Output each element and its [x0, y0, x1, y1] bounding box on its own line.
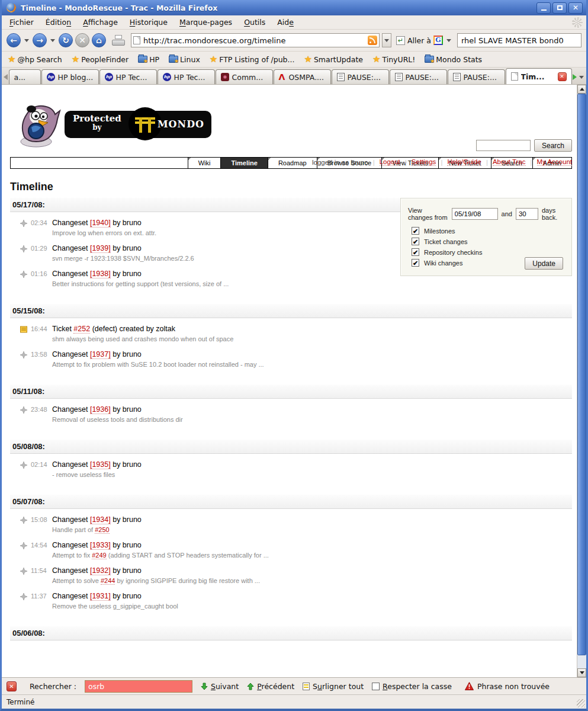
web-search-box[interactable]: [457, 33, 581, 47]
tab-pause[interactable]: PAUSE:...: [390, 69, 447, 84]
metanav-link-logout[interactable]: Logout: [380, 158, 400, 166]
tab-comm[interactable]: Comm...: [216, 69, 273, 84]
star-icon: ★: [72, 55, 79, 64]
mondo-penguin-logo: [18, 101, 65, 148]
ticket-link[interactable]: #244: [101, 577, 115, 585]
ticket-link[interactable]: #250: [95, 526, 109, 534]
menu-item-historique[interactable]: Historique: [124, 16, 173, 28]
menu-item-fichier[interactable]: Fichier: [4, 16, 39, 28]
maximize-button[interactable]: [552, 2, 567, 14]
changeset-link[interactable]: [1933]: [90, 541, 111, 550]
tab-hp-tec[interactable]: hpHP Tec...: [99, 69, 157, 84]
web-search-input[interactable]: [458, 36, 581, 45]
tab-pause[interactable]: PAUSE:...: [332, 69, 389, 84]
metanav-link-settings[interactable]: Settings: [412, 158, 436, 166]
scroll-up-button[interactable]: [577, 85, 586, 94]
google-icon[interactable]: G: [433, 36, 443, 45]
metanav: logged in as bruno |Logout|Settings|Help…: [312, 158, 572, 166]
menu-item-affichage[interactable]: Affichage: [78, 16, 123, 28]
bookmark-tinyurl[interactable]: ★TinyURL!: [372, 55, 415, 64]
minimize-button[interactable]: [536, 2, 551, 14]
find-prev-button[interactable]: Précédent: [247, 682, 294, 691]
timeline-event: 14:54Changeset [1933] by brunoAttempt to…: [10, 534, 572, 560]
timeline-event: 01:29Changeset [1939] by brunosvn merge …: [10, 238, 572, 263]
ticket-link[interactable]: #252: [73, 325, 90, 334]
ticket-link[interactable]: #249: [92, 552, 106, 559]
print-button[interactable]: [112, 35, 125, 46]
vertical-scrollbar[interactable]: [577, 85, 586, 677]
bookmark-hp[interactable]: ★HP: [138, 55, 159, 64]
url-input[interactable]: [140, 36, 368, 45]
metanav-link-my-account[interactable]: My Account: [537, 158, 572, 166]
tab-hp-tec[interactable]: hpHP Tec...: [158, 69, 215, 84]
find-input[interactable]: [85, 680, 192, 693]
forward-button[interactable]: →: [33, 33, 47, 47]
event-title: Changeset [1932] by bruno: [52, 566, 572, 575]
tab-hp-blog[interactable]: hpHP blog...: [41, 69, 99, 84]
changeset-link[interactable]: [1932]: [90, 566, 111, 575]
mainnav-wiki[interactable]: Wiki: [188, 158, 221, 168]
rss-feed-icon[interactable]: [368, 36, 377, 45]
url-dropdown-button[interactable]: [382, 33, 391, 47]
search-engine-dropdown-icon[interactable]: [446, 39, 451, 42]
changeset-link[interactable]: [1934]: [90, 515, 111, 524]
separator: |: [531, 159, 532, 166]
tab-scroll-right-button[interactable]: [573, 71, 578, 84]
changeset-link[interactable]: [1937]: [90, 350, 111, 359]
tab-a[interactable]: a...: [9, 69, 41, 84]
back-button[interactable]: ←: [7, 33, 21, 47]
date-heading: 05/06/08:: [10, 626, 572, 640]
changeset-link[interactable]: [1938]: [90, 270, 111, 278]
tab-osmpa[interactable]: ΛOSMPA....: [274, 69, 331, 84]
metanav-link-about-trac[interactable]: About Trac: [493, 158, 526, 166]
bookmark-smartupdate[interactable]: ★SmartUpdate: [304, 55, 363, 64]
find-next-button[interactable]: Suivant: [201, 682, 239, 691]
bookmark-ftp-listing-of-pub[interactable]: ★FTP Listing of /pub...: [210, 55, 295, 64]
close-button[interactable]: ✕: [568, 2, 583, 14]
highlight-all-button[interactable]: Surligner tout: [303, 682, 364, 691]
titlebar[interactable]: Timeline - MondoRescue - Trac - Mozilla …: [2, 0, 586, 15]
tab-list-dropdown-button[interactable]: [578, 71, 585, 84]
mainnav-timeline[interactable]: Timeline: [220, 158, 267, 168]
tab-close-icon[interactable]: ✕: [558, 72, 567, 81]
trac-search-input[interactable]: [476, 140, 531, 151]
bookmark-hp-search[interactable]: ★@hp Search: [8, 55, 62, 64]
bookmark-linux[interactable]: ★Linux: [169, 55, 200, 64]
menu-item-marque-pages[interactable]: Marque-pages: [174, 16, 237, 28]
bookmark-mondo-stats[interactable]: ★Mondo Stats: [425, 55, 482, 64]
stop-button[interactable]: ✕: [75, 33, 89, 47]
trac-search-button[interactable]: Search: [534, 139, 572, 152]
menu-item-aide[interactable]: Aide: [272, 16, 299, 28]
event-description: Attempt to fix #249 (adding START and ST…: [52, 552, 572, 559]
metanav-link-help-guide[interactable]: Help/Guide: [447, 158, 481, 166]
home-button[interactable]: ⌂: [92, 33, 106, 47]
match-case-checkbox[interactable]: Respecter la casse: [372, 682, 452, 691]
forward-dropdown-icon[interactable]: [50, 39, 55, 42]
bookmark-peoplefinder[interactable]: ★PeopleFinder: [72, 55, 128, 64]
timeline-group: 05/15/08:16:44Ticket #252 (defect) creat…: [10, 304, 572, 369]
reload-button[interactable]: ↻: [59, 33, 73, 47]
find-close-button[interactable]: ✕: [7, 681, 17, 691]
changeset-link[interactable]: [1940]: [90, 219, 111, 228]
changeset-link[interactable]: [1936]: [90, 405, 111, 414]
tab-tim[interactable]: Tim...✕: [506, 68, 572, 84]
tab-label: Comm...: [232, 73, 264, 82]
url-bar[interactable]: [131, 33, 380, 47]
separator: |: [373, 159, 375, 166]
tab-scroll-left-button[interactable]: [3, 71, 8, 84]
back-dropdown-icon[interactable]: [24, 39, 29, 42]
changeset-link[interactable]: [1939]: [90, 244, 111, 253]
protected-by-mondo-banner: Protectedby MONDO: [65, 111, 211, 138]
menu-item-e-dition[interactable]: Édition: [40, 16, 76, 28]
changeset-link[interactable]: [1935]: [90, 460, 111, 469]
go-label[interactable]: Aller à: [407, 36, 431, 45]
scroll-down-button[interactable]: [577, 668, 586, 677]
scrollbar-thumb[interactable]: [577, 94, 586, 655]
go-icon[interactable]: ↵: [396, 36, 405, 45]
menu-item-outils[interactable]: Outils: [239, 16, 271, 28]
star-icon: ★: [430, 59, 435, 64]
tab-pause[interactable]: PAUSE:...: [448, 69, 505, 84]
resize-grip[interactable]: [577, 699, 585, 707]
changeset-link[interactable]: [1931]: [90, 592, 111, 601]
mainnav-roadmap[interactable]: Roadmap: [268, 158, 317, 168]
